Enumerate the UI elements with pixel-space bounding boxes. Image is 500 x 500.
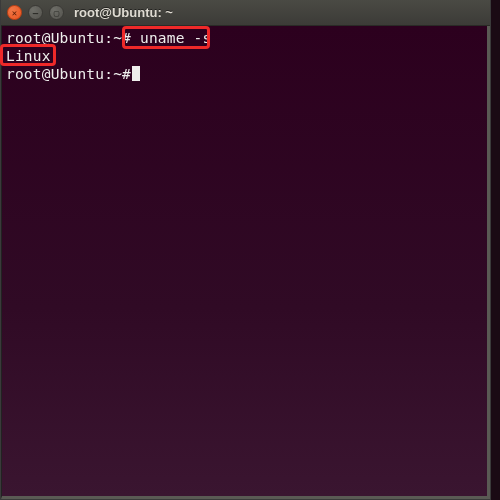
terminal-line: root@Ubuntu:~# [6,65,483,83]
maximize-button[interactable]: ▢ [49,5,64,20]
window-titlebar[interactable]: ✕ – ▢ root@Ubuntu: ~ [1,0,490,26]
terminal-line: Linux [6,47,483,65]
shell-command: uname -s [131,30,211,46]
terminal-cursor [132,66,140,81]
minimize-icon: – [33,8,38,18]
terminal-window: ✕ – ▢ root@Ubuntu: ~ root@Ubuntu:~# unam… [0,0,491,500]
maximize-icon: ▢ [54,8,59,18]
shell-prompt: root@Ubuntu:~# [6,66,131,82]
terminal-body[interactable]: root@Ubuntu:~# uname -s Linux root@Ubunt… [1,26,490,499]
close-button[interactable]: ✕ [7,5,22,20]
shell-prompt: root@Ubuntu:~# [6,30,131,46]
minimize-button[interactable]: – [28,5,43,20]
command-output: Linux [6,48,51,64]
window-controls: ✕ – ▢ [7,5,64,20]
close-icon: ✕ [12,8,17,18]
terminal-line: root@Ubuntu:~# uname -s [6,29,483,47]
window-title: root@Ubuntu: ~ [74,5,173,20]
